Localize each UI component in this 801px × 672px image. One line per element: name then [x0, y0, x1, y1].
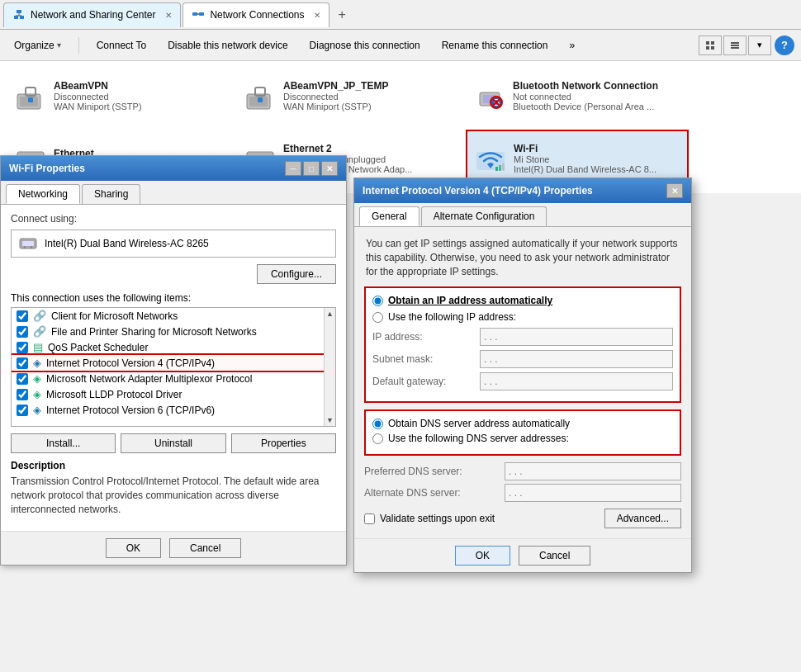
more-toolbar-button[interactable]: » — [562, 36, 582, 54]
conn-abeamvpn[interactable]: ABeamVPN Disconnected WAN Miniport (SSTP… — [7, 68, 230, 123]
svg-rect-14 — [731, 47, 739, 49]
tab-network-sharing[interactable]: Network and Sharing Center ✕ — [3, 2, 181, 27]
wifi-props-maximize[interactable]: □ — [303, 161, 320, 176]
use-following-dns-radio[interactable] — [372, 433, 383, 444]
list-icon-0: 🔗 — [33, 310, 46, 322]
svg-rect-5 — [192, 12, 197, 16]
view-icon-2 — [730, 40, 740, 50]
obtain-ip-auto-radio[interactable] — [372, 296, 383, 306]
tab-network-connections[interactable]: Network Connections ✕ — [182, 2, 329, 27]
svg-rect-18 — [28, 97, 33, 102]
ipv4-tab-alternate[interactable]: Alternate Configuration — [421, 206, 547, 226]
conn-wifi-name: Wi-Fi — [514, 143, 680, 154]
view-btn-dropdown[interactable]: ▾ — [748, 35, 771, 55]
preferred-dns-input[interactable] — [505, 462, 681, 480]
svg-rect-8 — [706, 41, 709, 45]
help-button[interactable]: ? — [775, 35, 794, 55]
conn-abeamvpn-jp[interactable]: ABeamVPN_JP_TEMP Disconnected WAN Minipo… — [236, 68, 459, 123]
list-cb-5[interactable] — [17, 389, 28, 400]
ipv4-dns-section: Obtain DNS server address automatically … — [364, 409, 681, 456]
scroll-down-arrow[interactable]: ▼ — [325, 414, 335, 426]
list-item-6[interactable]: ◈ Internet Protocol Version 6 (TCP/IPv6) — [12, 402, 335, 418]
diagnose-button[interactable]: Diagnose this connection — [302, 36, 428, 54]
wifi-props-ok-button[interactable]: OK — [106, 538, 161, 558]
organize-button[interactable]: Organize ▾ — [7, 36, 69, 54]
list-cb-3[interactable] — [17, 357, 28, 369]
wifi-props-cancel-button[interactable]: Cancel — [169, 538, 241, 558]
properties-button[interactable]: Properties — [231, 433, 336, 453]
list-scrollbar[interactable]: ▲ ▼ — [324, 308, 335, 426]
conn-bluetooth-icon: B — [473, 79, 506, 112]
tab-network-connections-label: Network Connections — [210, 9, 304, 21]
alternate-dns-input[interactable] — [505, 484, 681, 502]
svg-rect-0 — [14, 16, 18, 19]
toolbar-sep-1 — [78, 37, 79, 54]
svg-rect-13 — [731, 45, 739, 46]
wifi-properties-dialog: Wi-Fi Properties ─ □ ✕ Networking Sharin… — [0, 155, 347, 566]
obtain-dns-auto-row: Obtain DNS server address automatically — [372, 418, 673, 429]
advanced-button[interactable]: Advanced... — [604, 509, 681, 528]
default-gateway-input[interactable] — [480, 372, 673, 390]
ipv4-close[interactable]: ✕ — [666, 183, 683, 198]
install-button[interactable]: Install... — [11, 433, 116, 453]
ip-address-input[interactable] — [480, 328, 673, 346]
obtain-dns-auto-radio[interactable] — [372, 419, 383, 429]
tab-network-sharing-close[interactable]: ✕ — [165, 11, 172, 20]
wifi-props-close[interactable]: ✕ — [321, 161, 338, 176]
conn-abeamvpn-jp-name: ABeamVPN_JP_TEMP — [283, 80, 452, 92]
ipv4-ip-section: Obtain an IP address automatically Use t… — [364, 286, 681, 403]
conn-abeamvpn-info: ABeamVPN Disconnected WAN Miniport (SSTP… — [54, 80, 222, 111]
view-btn-1[interactable] — [699, 35, 722, 55]
ipv4-title: Internet Protocol Version 4 (TCP/IPv4) P… — [363, 185, 593, 196]
ipv4-properties-dialog: Internet Protocol Version 4 (TCP/IPv4) P… — [353, 177, 692, 573]
obtain-ip-auto-label: Obtain an IP address automatically — [388, 295, 552, 306]
ipv4-title-bar: Internet Protocol Version 4 (TCP/IPv4) P… — [354, 178, 691, 203]
description-text: Transmission Control Protocol/Internet P… — [11, 475, 336, 516]
new-tab-button[interactable]: + — [331, 4, 352, 26]
disable-network-button[interactable]: Disable this network device — [160, 36, 295, 54]
list-item-0[interactable]: 🔗 Client for Microsoft Networks — [12, 308, 335, 324]
conn-bluetooth[interactable]: B Bluetooth Network Connection Not conne… — [466, 68, 689, 123]
validate-checkbox[interactable] — [364, 513, 375, 524]
conn-abeamvpn-type: WAN Miniport (SSTP) — [54, 102, 222, 111]
scroll-up-arrow[interactable]: ▲ — [325, 308, 335, 319]
list-cb-4[interactable] — [17, 373, 28, 385]
list-item-2[interactable]: ▤ QoS Packet Scheduler — [12, 339, 335, 355]
ipv4-ok-button[interactable]: OK — [455, 546, 510, 566]
wifi-props-tab-sharing[interactable]: Sharing — [82, 184, 140, 204]
use-following-ip-radio[interactable] — [372, 312, 383, 323]
rename-button[interactable]: Rename this connection — [434, 36, 556, 54]
tab-network-sharing-label: Network and Sharing Center — [31, 9, 155, 21]
list-item-3[interactable]: ◈ Internet Protocol Version 4 (TCP/IPv4) — [12, 355, 335, 371]
list-cb-0[interactable] — [17, 310, 28, 322]
subnet-mask-label: Subnet mask: — [372, 353, 480, 365]
ipv4-cancel-button[interactable]: Cancel — [519, 546, 590, 566]
organize-label: Organize — [14, 40, 55, 51]
adapter-icon — [18, 234, 38, 253]
use-following-ip-row: Use the following IP address: — [372, 311, 673, 323]
configure-button[interactable]: Configure... — [257, 264, 336, 284]
description-label: Description — [11, 460, 336, 471]
wifi-props-minimize[interactable]: ─ — [285, 161, 301, 176]
conn-bluetooth-type: Bluetooth Device (Personal Area ... — [513, 102, 681, 111]
tab-network-connections-close[interactable]: ✕ — [314, 11, 320, 20]
list-item-1[interactable]: 🔗 File and Printer Sharing for Microsoft… — [12, 324, 335, 339]
conn-wifi-status: Mi Stone — [514, 154, 680, 164]
connect-to-button[interactable]: Connect To — [89, 36, 154, 54]
ipv4-body: You can get IP settings assigned automat… — [354, 227, 691, 538]
view-btn-2[interactable] — [723, 35, 746, 55]
wifi-props-tab-networking[interactable]: Networking — [6, 184, 80, 204]
list-cb-1[interactable] — [17, 326, 28, 338]
list-item-4[interactable]: ◈ Microsoft Network Adapter Multiplexor … — [12, 371, 335, 386]
uninstall-button[interactable]: Uninstall — [121, 433, 225, 453]
list-cb-6[interactable] — [17, 405, 28, 416]
list-item-5[interactable]: ◈ Microsoft LLDP Protocol Driver — [12, 386, 335, 402]
list-icon-2: ▤ — [33, 341, 43, 353]
list-label-0: Client for Microsoft Networks — [51, 310, 178, 322]
subnet-mask-input[interactable] — [480, 350, 673, 368]
connect-to-label: Connect To — [97, 40, 147, 51]
list-cb-2[interactable] — [17, 342, 28, 353]
conn-abeamvpn-jp-status: Disconnected — [283, 92, 452, 102]
ipv4-description: You can get IP settings assigned automat… — [364, 237, 681, 278]
ipv4-tab-general[interactable]: General — [359, 206, 419, 226]
